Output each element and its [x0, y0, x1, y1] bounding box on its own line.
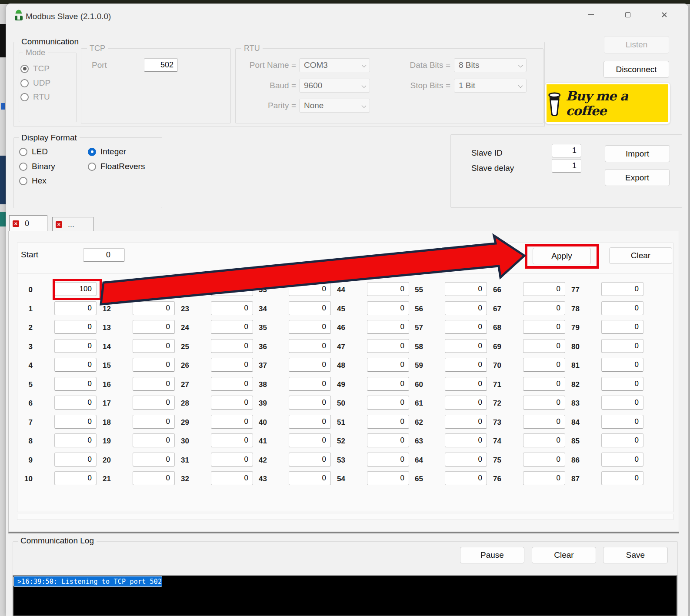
tab-more[interactable]: ...: [52, 217, 93, 231]
register-value-input[interactable]: 0: [601, 320, 643, 334]
tab-close-icon[interactable]: [13, 220, 19, 227]
slave-delay-input[interactable]: 1: [552, 159, 581, 173]
register-index-label: 85: [553, 437, 580, 446]
register-index-label: 52: [319, 437, 345, 446]
minimize-button[interactable]: [584, 8, 597, 21]
register-index-label: 47: [319, 343, 345, 351]
chevron-down-icon: [362, 63, 367, 68]
close-button[interactable]: [658, 8, 671, 21]
clear-log-button[interactable]: Clear: [532, 547, 596, 563]
radio-circle-icon: [88, 148, 96, 156]
radio-format-integer[interactable]: Integer: [88, 147, 126, 157]
close-icon: [661, 12, 667, 18]
radio-format-led[interactable]: LED: [19, 147, 48, 157]
tcp-port-input[interactable]: 502: [144, 58, 178, 72]
register-index-label: 23: [163, 305, 189, 313]
rtu-parity-select[interactable]: None: [299, 99, 370, 113]
register-value-input[interactable]: 0: [601, 301, 643, 315]
slave-id-input[interactable]: 1: [552, 144, 581, 157]
register-index-label: 6: [7, 399, 33, 408]
register-index-label: 22: [163, 286, 189, 294]
register-value-input[interactable]: 0: [601, 339, 643, 353]
register-index-label: 64: [397, 456, 423, 465]
register-index-label: 36: [241, 343, 267, 351]
register-index-label: 4: [7, 361, 33, 370]
register-index-label: 76: [475, 475, 501, 483]
maximize-button[interactable]: [621, 8, 634, 21]
register-index-label: 34: [241, 305, 267, 313]
radio-format-floatrevers[interactable]: FloatRevers: [88, 161, 145, 172]
register-index-label: 10: [7, 475, 33, 483]
register-index-label: 14: [85, 343, 111, 351]
disconnect-button[interactable]: Disconnect: [603, 61, 669, 78]
radio-circle-icon: [20, 93, 29, 101]
minimize-icon: [588, 14, 594, 15]
save-log-button[interactable]: Save: [603, 547, 668, 563]
radio-circle-icon: [20, 65, 29, 73]
register-value-input[interactable]: 0: [601, 358, 643, 372]
listen-button[interactable]: Listen: [604, 36, 669, 53]
communication-log-label: Communication Log: [18, 536, 97, 546]
log-list[interactable]: >16:39:50: Listening to TCP port 502>16:…: [13, 575, 677, 616]
clear-registers-button[interactable]: Clear: [609, 247, 672, 264]
radio-circle-icon: [19, 177, 27, 185]
start-address-input[interactable]: 0: [83, 248, 125, 262]
register-index-label: 84: [553, 418, 580, 427]
register-index-label: 74: [475, 437, 501, 446]
register-value-input[interactable]: 0: [601, 453, 643, 466]
register-index-label: 86: [553, 456, 580, 465]
pause-log-button[interactable]: Pause: [460, 547, 524, 563]
register-value-input[interactable]: 0: [601, 433, 643, 447]
coffee-cup-icon: [547, 90, 563, 117]
radio-mode-tcp[interactable]: TCP: [20, 63, 50, 74]
register-index-label: 20: [85, 456, 111, 465]
rtu-baud-select[interactable]: 9600: [299, 79, 370, 93]
register-index-label: 9: [7, 456, 33, 465]
rtu-port-name-select[interactable]: COM3: [299, 58, 370, 72]
radio-circle-icon: [19, 148, 27, 156]
register-value-input[interactable]: 0: [601, 377, 643, 391]
radio-mode-rtu[interactable]: RTU: [20, 92, 50, 102]
import-button[interactable]: Import: [605, 145, 670, 162]
register-index-label: 66: [475, 286, 501, 294]
register-index-label: 75: [475, 456, 501, 465]
register-value-input[interactable]: 0: [601, 471, 643, 485]
register-index-label: 59: [397, 361, 423, 370]
rtu-data-bits-select[interactable]: 8 Bits: [454, 58, 527, 72]
register-index-label: 81: [553, 361, 580, 370]
register-index-label: 73: [475, 418, 501, 427]
register-index-label: 43: [241, 475, 267, 483]
register-index-label: 54: [319, 475, 345, 483]
register-index-label: 32: [163, 475, 189, 483]
maximize-icon: [625, 12, 630, 17]
register-index-label: 1: [7, 305, 33, 313]
rtu-baud-label: Baud =: [223, 81, 296, 90]
radio-mode-udp[interactable]: UDP: [20, 78, 50, 88]
tab-close-icon[interactable]: [56, 221, 62, 228]
app-window: Modbus Slave (2.1.0.0) Communication Mod…: [6, 3, 689, 616]
register-index-label: 63: [397, 437, 423, 446]
register-index-label: 62: [397, 418, 423, 427]
tcp-group-label: TCP: [87, 44, 108, 53]
radio-format-hex[interactable]: Hex: [19, 176, 47, 186]
register-index-label: 21: [85, 475, 111, 483]
bottom-strip: [17, 514, 673, 520]
register-value-input[interactable]: 0: [601, 282, 643, 296]
log-entry[interactable]: >16:39:50: Listening to TCP port 502: [13, 576, 162, 587]
register-index-label: 46: [319, 323, 345, 332]
register-index-label: 27: [163, 380, 189, 389]
radio-format-binary[interactable]: Binary: [19, 161, 55, 172]
buy-me-a-coffee-button[interactable]: Buy me a coffee: [547, 84, 668, 122]
register-index-label: 16: [85, 380, 111, 389]
register-value-input[interactable]: 0: [601, 415, 643, 429]
register-index-label: 72: [475, 399, 501, 408]
export-button[interactable]: Export: [605, 169, 670, 186]
register-value-input[interactable]: 0: [601, 396, 643, 410]
rtu-stop-bits-select[interactable]: 1 Bit: [454, 79, 527, 93]
tab-0[interactable]: 0: [9, 215, 47, 231]
register-index-label: 19: [85, 437, 111, 446]
register-index-label: 15: [85, 361, 111, 370]
register-index-label: 57: [397, 323, 423, 332]
apply-button[interactable]: Apply: [533, 248, 591, 264]
register-index-label: 61: [397, 399, 423, 408]
